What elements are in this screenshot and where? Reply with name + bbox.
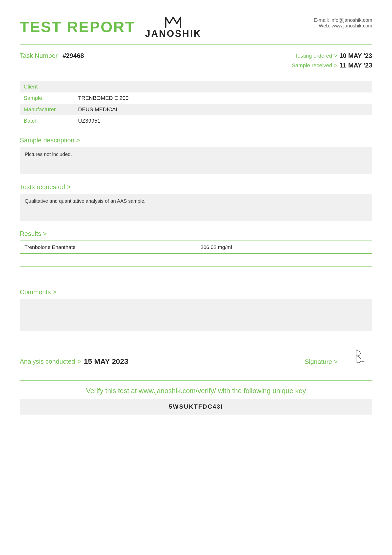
header-divider <box>20 44 372 44</box>
testing-ordered-value: 10 MAY '23 <box>339 52 372 60</box>
result-row: Trenbolone Enanthate 206.02 mg/ml <box>20 241 372 254</box>
analysis-label: Analysis conducted <box>20 358 75 365</box>
task-number-block: Task Number #29468 <box>20 52 84 60</box>
verify-section: Verify this test at www.janoshik.com/ver… <box>20 380 372 415</box>
task-label: Task Number <box>20 52 58 60</box>
sample-received-label: Sample received <box>292 62 332 69</box>
email-line: E-mail: info@janoshik.com <box>314 17 372 23</box>
info-row: Sample TRENBOMED E 200 <box>20 92 372 104</box>
verify-text: Verify this test at www.janoshik.com/ver… <box>20 387 372 395</box>
page-header: TEST REPORT JANOSHIK E-mail: info@janosh… <box>20 15 372 39</box>
info-value-0 <box>74 81 372 92</box>
web-value: www.janoshik.com <box>331 23 372 28</box>
sample-description-box: Pictures not included. <box>20 147 372 174</box>
logo-block: JANOSHIK <box>145 15 201 39</box>
analysis-block: Analysis conducted > 15 MAY 2023 <box>20 357 128 366</box>
signature-label: Signature > <box>305 358 338 366</box>
testing-ordered-arrow: > <box>334 53 337 59</box>
comments-box <box>20 299 372 331</box>
email-value: info@janoshik.com <box>330 17 372 23</box>
result-name-2 <box>20 266 196 279</box>
sample-received-arrow: > <box>334 62 337 69</box>
contact-info: E-mail: info@janoshik.com Web: www.janos… <box>314 15 372 29</box>
tests-requested-box: Qualitative and quantitative analysis of… <box>20 194 372 221</box>
result-value-1 <box>196 254 372 266</box>
result-row <box>20 254 372 266</box>
info-label-1: Sample <box>20 92 74 104</box>
info-row: Client <box>20 81 372 92</box>
verify-key: 5WSUKTFDC43I <box>20 399 372 415</box>
footer-analysis: Analysis conducted > 15 MAY 2023 Signatu… <box>20 346 372 366</box>
signature-image <box>343 346 372 366</box>
info-row: Manufacturer DEUS MEDICAL <box>20 104 372 115</box>
logo-name: JANOSHIK <box>145 28 201 39</box>
title-test: TEST REPORT <box>20 19 135 35</box>
logo-icon <box>165 15 182 28</box>
results-header: Results > <box>20 230 372 238</box>
testing-ordered-label: Testing ordered <box>295 53 332 59</box>
task-dates-row: Task Number #29468 Testing ordered > 10 … <box>20 52 372 71</box>
testing-ordered-row: Testing ordered > 10 MAY '23 <box>292 52 372 60</box>
result-name-0: Trenbolone Enanthate <box>20 241 196 254</box>
title-block: TEST REPORT <box>20 19 135 35</box>
analysis-arrow: > <box>78 358 81 365</box>
email-label: E-mail: <box>314 17 329 23</box>
result-name-1 <box>20 254 196 266</box>
info-row: Batch UZ39951 <box>20 115 372 127</box>
info-label-0: Client <box>20 81 74 92</box>
dates-block: Testing ordered > 10 MAY '23 Sample rece… <box>292 52 372 71</box>
info-value-2: DEUS MEDICAL <box>74 104 372 115</box>
sample-description-header: Sample description > <box>20 136 372 144</box>
result-row <box>20 266 372 279</box>
analysis-date: 15 MAY 2023 <box>84 357 128 366</box>
result-value-2 <box>196 266 372 279</box>
tests-requested-header: Tests requested > <box>20 183 372 191</box>
sample-received-value: 11 MAY '23 <box>339 62 372 69</box>
header-left: TEST REPORT JANOSHIK <box>20 15 201 39</box>
info-value-3: UZ39951 <box>74 115 372 127</box>
sample-received-row: Sample received > 11 MAY '23 <box>292 62 372 69</box>
info-value-1: TRENBOMED E 200 <box>74 92 372 104</box>
results-table: Trenbolone Enanthate 206.02 mg/ml <box>20 241 372 279</box>
task-value: #29468 <box>62 52 84 60</box>
result-value-0: 206.02 mg/ml <box>196 241 372 254</box>
web-label: Web: <box>319 23 330 28</box>
comments-header: Comments > <box>20 288 372 296</box>
web-line: Web: www.janoshik.com <box>314 23 372 29</box>
signature-block: Signature > <box>305 346 372 366</box>
info-label-2: Manufacturer <box>20 104 74 115</box>
info-label-3: Batch <box>20 115 74 127</box>
info-table: Client Sample TRENBOMED E 200 Manufactur… <box>20 81 372 127</box>
